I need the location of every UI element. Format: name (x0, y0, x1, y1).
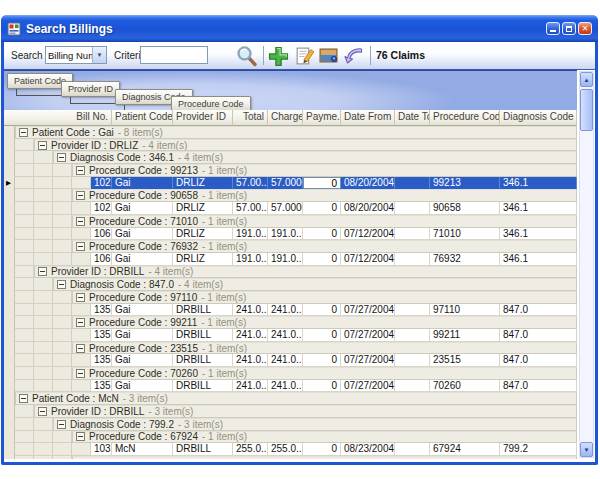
grid-cell[interactable]: DRBILL (173, 380, 233, 393)
grid-cell[interactable]: Gai (112, 329, 173, 342)
grid-cell[interactable]: DRLIZ (173, 202, 233, 215)
grid-cell[interactable]: 0 (303, 443, 341, 456)
grid-cell[interactable]: 0 (303, 354, 341, 367)
vertical-scrollbar[interactable]: ▲ ▼ (579, 71, 594, 458)
collapse-minus-icon[interactable] (76, 242, 85, 251)
grid-cell[interactable]: 847.0 (500, 304, 577, 317)
grid-cell[interactable]: 847.0 (500, 380, 577, 393)
grid-cell[interactable] (395, 380, 430, 393)
grid-cell[interactable]: Gai (112, 202, 173, 215)
collapse-minus-icon[interactable] (57, 153, 66, 162)
data-row[interactable]: 106GaiDRLIZ191.0...191.0...007/12/200471… (4, 228, 577, 241)
group-row[interactable]: Procedure Code : 76932 - 1 item(s) (4, 240, 577, 253)
row-selector[interactable] (4, 367, 15, 380)
grid-cell[interactable]: 103 (91, 443, 112, 456)
grid-cell[interactable]: 799.2 (500, 443, 577, 456)
row-selector[interactable] (4, 342, 15, 355)
group-row[interactable]: Patient Code : Gai - 8 item(s) (4, 126, 577, 139)
group-bar[interactable]: Procedure Code : 90658 - 1 item(s) (72, 189, 577, 202)
minimize-button[interactable] (546, 22, 560, 35)
grid-cell[interactable]: 241.0... (268, 380, 303, 393)
grid-cell[interactable]: Gai (112, 380, 173, 393)
grid-cell[interactable] (395, 253, 430, 266)
grid-cell[interactable]: 57.00... (233, 202, 268, 215)
row-selector[interactable] (4, 431, 15, 444)
row-selector[interactable] (4, 202, 15, 215)
row-selector[interactable] (4, 392, 15, 405)
grid-cell[interactable]: 102 (91, 177, 112, 190)
data-row[interactable]: 103McNDRBILL255.0...255.0...008/23/20046… (4, 443, 577, 456)
search-by-combobox[interactable]: Billing Number ▼ (45, 46, 107, 64)
group-bar[interactable]: Procedure Code : 76932 - 1 item(s) (72, 240, 577, 253)
group-bar[interactable]: Procedure Code : 67924 - 1 item(s) (72, 431, 577, 444)
grid-cell[interactable] (395, 354, 430, 367)
grid-cell[interactable]: DRBILL (173, 443, 233, 456)
grid-cell[interactable]: DRLIZ (173, 253, 233, 266)
group-bar[interactable]: Procedure Code : 97110 - 1 item(s) (72, 291, 577, 304)
group-bar[interactable]: Patient Code : McN - 3 item(s) (15, 392, 577, 405)
group-bar[interactable]: Provider ID : DRBILL - 3 item(s) (34, 405, 577, 418)
group-row[interactable]: Provider ID : DRBILL - 3 item(s) (4, 405, 577, 418)
grid-cell[interactable]: 135 (91, 380, 112, 393)
grid-cell[interactable]: 255.0... (233, 443, 268, 456)
row-selector[interactable] (4, 329, 15, 342)
grid-cell[interactable]: 191.0... (268, 253, 303, 266)
grid-cell[interactable]: 241.0... (233, 380, 268, 393)
group-bar[interactable]: Procedure Code : 23515 - 1 item(s) (72, 342, 577, 355)
group-bar[interactable]: Patient Code : Gai - 8 item(s) (15, 126, 577, 139)
column-header-diagnosis-code[interactable]: Diagnosis Code (500, 110, 577, 126)
grid-cell[interactable]: 70260 (430, 380, 500, 393)
grid-cell[interactable]: 241.0... (233, 304, 268, 317)
scroll-down-button[interactable]: ▼ (580, 442, 593, 457)
grid-cell[interactable]: 241.0... (233, 354, 268, 367)
grid-cell[interactable]: 241.0... (268, 354, 303, 367)
grid-cell[interactable]: 07/27/2004 (341, 354, 395, 367)
column-header-bill-no[interactable]: Bill No. (4, 110, 112, 126)
data-row[interactable]: 102GaiDRLIZ57.00...57.0000008/20/2004906… (4, 202, 577, 215)
grid-cell[interactable]: 241.0... (233, 329, 268, 342)
column-header-payme[interactable]: Payme... (303, 110, 341, 126)
column-header-provider-id[interactable]: Provider ID (173, 110, 233, 126)
group-bar[interactable] (72, 456, 577, 459)
collapse-minus-icon[interactable] (57, 280, 66, 289)
group-bar[interactable]: Procedure Code : 99213 - 1 item(s) (72, 164, 577, 177)
grid-cell[interactable]: 07/12/2004 (341, 228, 395, 241)
group-row[interactable]: Diagnosis Code : 799.2 - 3 item(s) (4, 418, 577, 431)
grid-cell[interactable]: Gai (112, 304, 173, 317)
group-row[interactable]: Diagnosis Code : 346.1 - 4 item(s) (4, 151, 577, 164)
grid-cell[interactable]: Gai (112, 354, 173, 367)
grid-cell[interactable]: DRBILL (173, 354, 233, 367)
row-selector[interactable] (4, 443, 15, 456)
row-selector[interactable] (4, 151, 15, 164)
collapse-minus-icon[interactable] (57, 420, 66, 429)
grid-cell[interactable]: 57.0000 (268, 177, 303, 190)
group-bar[interactable]: Diagnosis Code : 847.0 - 4 item(s) (53, 278, 577, 291)
grid-cell[interactable]: 07/12/2004 (341, 253, 395, 266)
group-row[interactable]: Procedure Code : 71010 - 1 item(s) (4, 215, 577, 228)
grid-cell[interactable] (395, 443, 430, 456)
row-selector[interactable] (4, 240, 15, 253)
data-row[interactable]: 135GaiDRBILL241.0...241.0...007/27/20049… (4, 329, 577, 342)
chevron-down-icon[interactable]: ▼ (92, 47, 106, 63)
row-selector[interactable] (4, 139, 15, 152)
grid-cell[interactable]: 346.1 (500, 202, 577, 215)
collapse-minus-icon[interactable] (76, 217, 85, 226)
grid-cell[interactable]: 0 (303, 380, 341, 393)
grid-cell[interactable]: Gai (112, 253, 173, 266)
row-selector[interactable] (4, 228, 15, 241)
grid-cell[interactable]: 08/20/2004 (341, 202, 395, 215)
grid-cell[interactable] (395, 202, 430, 215)
group-tab-provider-id[interactable]: Provider ID (61, 81, 120, 97)
row-selector[interactable] (4, 456, 15, 459)
row-selector[interactable] (4, 126, 15, 139)
edit-claim-button[interactable] (293, 45, 315, 67)
row-selector[interactable] (4, 253, 15, 266)
row-selector[interactable] (4, 316, 15, 329)
collapse-minus-icon[interactable] (76, 293, 85, 302)
data-row[interactable]: 135GaiDRBILL241.0...241.0...007/27/20049… (4, 304, 577, 317)
group-bar[interactable]: Diagnosis Code : 799.2 - 3 item(s) (53, 418, 577, 431)
data-row[interactable]: 106GaiDRLIZ191.0...191.0...007/12/200476… (4, 253, 577, 266)
collapse-minus-icon[interactable] (38, 407, 47, 416)
grid-cell[interactable]: Gai (112, 228, 173, 241)
row-selector[interactable] (4, 304, 15, 317)
